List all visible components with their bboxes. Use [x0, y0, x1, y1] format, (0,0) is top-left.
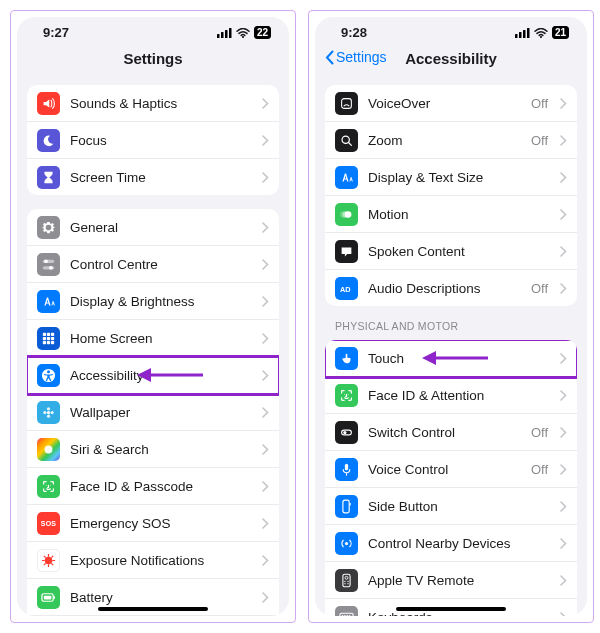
text-size-icon [335, 166, 358, 189]
svg-point-24 [47, 414, 50, 417]
motion-icon [335, 203, 358, 226]
settings-row-home-screen[interactable]: Home Screen [27, 320, 279, 357]
settings-row-face-id-attention[interactable]: Face ID & Attention [325, 377, 577, 414]
chevron-right-icon [262, 370, 269, 381]
row-label: Display & Brightness [70, 294, 252, 309]
settings-row-touch[interactable]: Touch [325, 340, 577, 377]
svg-point-25 [43, 410, 46, 413]
chevron-right-icon [262, 259, 269, 270]
settings-row-emergency-sos[interactable]: SOS Emergency SOS [27, 505, 279, 542]
svg-point-67 [347, 580, 348, 581]
settings-row-display-brightness[interactable]: Display & Brightness [27, 283, 279, 320]
page-title: Settings [123, 50, 182, 67]
settings-row-general[interactable]: General [27, 209, 279, 246]
chevron-right-icon [262, 296, 269, 307]
settings-row-face-id-passcode[interactable]: Face ID & Passcode [27, 468, 279, 505]
svg-point-19 [47, 370, 50, 373]
switch-icon [335, 421, 358, 444]
settings-row-siri-search[interactable]: Siri & Search [27, 431, 279, 468]
svg-rect-17 [51, 340, 54, 343]
wifi-icon [236, 28, 250, 38]
status-time: 9:28 [341, 25, 367, 40]
svg-line-38 [44, 563, 46, 565]
chevron-right-icon [560, 283, 567, 294]
row-label: Audio Descriptions [368, 281, 521, 296]
settings-group: VoiceOver Off Zoom Off Display & Text Si… [325, 85, 577, 306]
svg-rect-13 [47, 336, 50, 339]
svg-point-30 [45, 556, 53, 564]
settings-row-spoken-content[interactable]: Spoken Content [325, 233, 577, 270]
row-label: Voice Control [368, 462, 521, 477]
settings-row-zoom[interactable]: Zoom Off [325, 122, 577, 159]
svg-point-63 [345, 541, 348, 544]
svg-rect-14 [51, 336, 54, 339]
settings-row-exposure-notifications[interactable]: Exposure Notifications [27, 542, 279, 579]
svg-rect-47 [342, 98, 352, 108]
content-scroll[interactable]: VoiceOver Off Zoom Off Display & Text Si… [315, 77, 587, 616]
chevron-right-icon [560, 135, 567, 146]
content-scroll[interactable]: Sounds & Haptics Focus Screen Time Gener… [17, 77, 289, 616]
settings-row-control-nearby-devices[interactable]: Control Nearby Devices [325, 525, 577, 562]
chevron-right-icon [560, 172, 567, 183]
chevron-right-icon [560, 575, 567, 586]
row-label: Accessibility [70, 368, 252, 383]
row-label: Face ID & Attention [368, 388, 550, 403]
svg-rect-3 [229, 28, 232, 38]
speaker-icon [37, 92, 60, 115]
row-label: Face ID & Passcode [70, 479, 252, 494]
settings-group: Sounds & Haptics Focus Screen Time [27, 85, 279, 195]
text-size-icon [37, 290, 60, 313]
svg-point-22 [47, 410, 50, 413]
sos-icon: SOS [37, 512, 60, 535]
settings-screenshot: 9:27 22 Settings Sounds & Haptics Focus … [17, 17, 289, 616]
settings-row-wallpaper[interactable]: Wallpaper [27, 394, 279, 431]
settings-row-display-text-size[interactable]: Display & Text Size [325, 159, 577, 196]
back-button[interactable]: Settings [325, 49, 387, 65]
svg-rect-60 [345, 463, 348, 470]
row-label: Spoken Content [368, 244, 550, 259]
flower-icon [37, 401, 60, 424]
settings-row-screen-time[interactable]: Screen Time [27, 159, 279, 195]
svg-point-28 [46, 484, 47, 485]
settings-row-switch-control[interactable]: Switch Control Off [325, 414, 577, 451]
keyboard-icon [335, 606, 358, 617]
settings-row-audio-descriptions[interactable]: AD Audio Descriptions Off [325, 270, 577, 306]
svg-rect-72 [344, 615, 345, 616]
settings-row-motion[interactable]: Motion [325, 196, 577, 233]
svg-rect-0 [217, 34, 220, 38]
settings-row-voice-control[interactable]: Voice Control Off [325, 451, 577, 488]
chevron-right-icon [560, 427, 567, 438]
section-header: PHYSICAL AND MOTOR [335, 320, 567, 332]
nearby-icon [335, 532, 358, 555]
svg-point-6 [44, 259, 48, 263]
battery-indicator: 22 [254, 26, 271, 39]
row-label: Sounds & Haptics [70, 96, 252, 111]
settings-row-side-button[interactable]: Side Button [325, 488, 577, 525]
svg-rect-74 [349, 615, 350, 616]
moon-icon [37, 129, 60, 152]
row-label: Emergency SOS [70, 516, 252, 531]
signal-icon [515, 28, 530, 38]
settings-row-apple-tv-remote[interactable]: Apple TV Remote [325, 562, 577, 599]
row-value: Off [531, 281, 548, 296]
svg-rect-73 [347, 615, 348, 616]
settings-row-voiceover[interactable]: VoiceOver Off [325, 85, 577, 122]
svg-point-4 [242, 36, 244, 38]
chevron-right-icon [560, 353, 567, 364]
settings-row-focus[interactable]: Focus [27, 122, 279, 159]
chevron-right-icon [262, 222, 269, 233]
hourglass-icon [37, 166, 60, 189]
row-label: VoiceOver [368, 96, 521, 111]
chevron-right-icon [560, 246, 567, 257]
row-label: Screen Time [70, 170, 252, 185]
settings-row-sounds-haptics[interactable]: Sounds & Haptics [27, 85, 279, 122]
svg-rect-43 [519, 32, 522, 38]
settings-row-accessibility[interactable]: Accessibility [27, 357, 279, 394]
audio-desc-icon: AD [335, 277, 358, 300]
chevron-right-icon [262, 481, 269, 492]
row-label: Battery [70, 590, 252, 605]
settings-row-control-centre[interactable]: Control Centre [27, 246, 279, 283]
nav-bar: Settings Accessibility [315, 44, 587, 77]
svg-point-65 [345, 576, 348, 579]
svg-point-59 [343, 430, 346, 433]
